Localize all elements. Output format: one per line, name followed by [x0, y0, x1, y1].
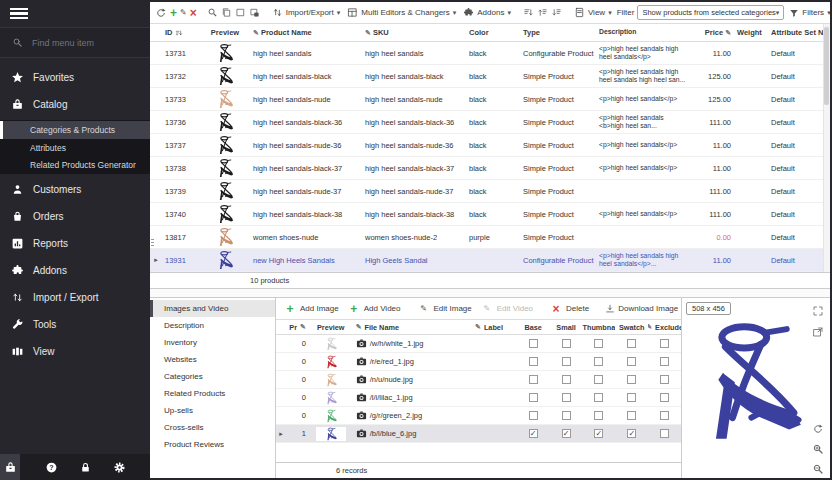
tab-up-sells[interactable]: Up-sells	[150, 402, 275, 419]
add-product-icon[interactable]: +	[170, 6, 177, 20]
product-row-8[interactable]: 13817 women shoes-nude women shoes-nude-…	[150, 226, 830, 249]
delete-product-icon[interactable]: ×	[190, 6, 197, 20]
column-header-exclude[interactable]: ✎Exclude	[648, 323, 681, 332]
exclude-checkbox[interactable]	[660, 393, 669, 402]
tab-related-products[interactable]: Related Products	[150, 385, 275, 402]
base-checkbox[interactable]	[529, 357, 538, 366]
swatch-checkbox[interactable]	[627, 375, 636, 384]
open-external-icon[interactable]	[812, 324, 825, 337]
column-header-product-name[interactable]: ✎Product Name	[250, 28, 362, 37]
filters-dropdown[interactable]: Filters▾	[787, 8, 830, 18]
menu-toggle-button[interactable]	[0, 0, 150, 28]
sort-columns-icon[interactable]	[523, 6, 534, 20]
exclude-checkbox[interactable]	[660, 429, 669, 438]
sidebar-item-view[interactable]: View	[0, 338, 150, 365]
tab-images-and-video[interactable]: Images and Video	[150, 300, 275, 317]
add-video-button[interactable]: +Add Video	[345, 302, 403, 316]
thumbnail-checkbox[interactable]	[594, 339, 603, 348]
scrollbar-thumb[interactable]	[824, 27, 829, 105]
zoom-in-icon[interactable]	[812, 441, 825, 454]
product-row-5[interactable]: 13738 high heel sandals-black-37 high he…	[150, 157, 830, 180]
column-header-description[interactable]: Description	[596, 28, 692, 36]
edit-video-button[interactable]: ✎Edit Video	[478, 302, 535, 316]
collapse-all-icon[interactable]	[551, 6, 562, 20]
product-row-9[interactable]: ▸ 13931 new High Heels Sandals High Geel…	[150, 249, 830, 272]
tab-description[interactable]: Description	[150, 317, 275, 334]
base-checkbox[interactable]	[529, 411, 538, 420]
product-row-6[interactable]: 13739 high heel sandals-nude-37 high hee…	[150, 180, 830, 203]
delete-image-button[interactable]: ×Delete	[547, 302, 591, 316]
thumbnail-checkbox[interactable]	[594, 393, 603, 402]
column-header-swatch[interactable]: Swatch	[615, 323, 648, 332]
select-checkbox-icon[interactable]	[235, 6, 246, 20]
base-checkbox[interactable]: ✓	[529, 429, 538, 438]
settings-button[interactable]	[102, 454, 136, 480]
vertical-scrollbar[interactable]	[823, 24, 830, 272]
column-header-file-name[interactable]: ✎File Name	[354, 323, 473, 332]
product-row-2[interactable]: 13733 high heel sandals-nude high heel s…	[150, 88, 830, 111]
expand-all-icon[interactable]	[537, 6, 548, 20]
sidebar-item-catalog[interactable]: Catalog	[0, 91, 150, 118]
tab-cross-sells[interactable]: Cross-sells	[150, 419, 275, 436]
exclude-checkbox[interactable]	[660, 339, 669, 348]
column-header-small[interactable]: Small	[550, 323, 583, 332]
base-checkbox[interactable]	[529, 375, 538, 384]
edit-product-icon[interactable]: ✎	[180, 6, 187, 20]
help-button[interactable]: ?	[34, 454, 68, 480]
product-row-7[interactable]: 13740 high heel sandals-black-38 high he…	[150, 203, 830, 226]
sidebar-item-customers[interactable]: Customers	[0, 176, 150, 203]
column-header-color[interactable]: Color	[466, 28, 520, 37]
small-checkbox[interactable]: ✓	[562, 429, 571, 438]
tab-websites[interactable]: Websites	[150, 351, 275, 368]
image-row-1[interactable]: 0 /r/e/red_1.jpg	[276, 353, 681, 371]
panel-splitter-handle[interactable]	[150, 230, 155, 254]
refresh-icon[interactable]	[812, 421, 825, 434]
small-checkbox[interactable]	[562, 411, 571, 420]
small-checkbox[interactable]	[562, 393, 571, 402]
thumbnail-checkbox[interactable]	[594, 357, 603, 366]
small-checkbox[interactable]	[562, 339, 571, 348]
column-header-price[interactable]: Price✎	[692, 28, 734, 37]
category-filter-select[interactable]: Show products from selected categories▾	[637, 5, 784, 20]
column-header-preview[interactable]: Preview	[308, 323, 354, 332]
product-row-0[interactable]: 13731 high heel sandals high heel sandal…	[150, 42, 830, 65]
image-row-0[interactable]: 0 /w/h/white_1.jpg	[276, 335, 681, 353]
import-export-dropdown[interactable]: Import/Export▾	[270, 7, 343, 18]
duplicate-icon[interactable]	[249, 6, 260, 20]
base-checkbox[interactable]	[529, 393, 538, 402]
product-row-4[interactable]: 13737 high heel sandals-nude-36 high hee…	[150, 134, 830, 157]
sidebar-item-reports[interactable]: Reports	[0, 230, 150, 257]
thumbnail-checkbox[interactable]	[594, 411, 603, 420]
base-checkbox[interactable]	[529, 339, 538, 348]
column-header-thumbnail[interactable]: Thumbna	[582, 323, 615, 332]
refresh-icon[interactable]	[155, 6, 167, 20]
view-dropdown[interactable]: View▾	[572, 7, 614, 18]
sidebar-item-addons[interactable]: Addons	[0, 257, 150, 284]
sidebar-item-categories-products[interactable]: Categories & Products	[0, 121, 150, 139]
copy-icon[interactable]	[221, 6, 232, 20]
column-header-label[interactable]: ✎Label	[473, 323, 517, 332]
tab-categories[interactable]: Categories	[150, 368, 275, 385]
add-image-button[interactable]: +Add Image	[281, 302, 341, 316]
thumbnail-checkbox[interactable]	[594, 375, 603, 384]
swatch-checkbox[interactable]: ✓	[627, 429, 636, 438]
image-row-3[interactable]: 0 /l/i/lilac_1.jpg	[276, 389, 681, 407]
column-header-preview[interactable]: Preview	[200, 28, 250, 37]
column-header-pr[interactable]: Pr✎	[286, 323, 308, 332]
search-icon[interactable]	[207, 6, 218, 20]
image-row-5[interactable]: ▸ 1 /b/l/blue_6.jpg ✓ ✓ ✓ ✓	[276, 425, 681, 443]
exclude-checkbox[interactable]	[660, 411, 669, 420]
lock-button[interactable]	[68, 454, 102, 480]
column-header-id[interactable]: ID	[162, 28, 200, 37]
image-row-2[interactable]: 0 /n/u/nude.jpg	[276, 371, 681, 389]
product-row-3[interactable]: 13736 high heel sandals-black-36 high he…	[150, 111, 830, 134]
addons-dropdown[interactable]: Addons▾	[461, 7, 513, 18]
sidebar-item-favorites[interactable]: Favorites	[0, 64, 150, 91]
image-row-4[interactable]: 0 /g/r/green_2.jpg	[276, 407, 681, 425]
tab-product-reviews[interactable]: Product Reviews	[150, 436, 275, 453]
zoom-out-icon[interactable]	[812, 461, 825, 474]
exclude-checkbox[interactable]	[660, 357, 669, 366]
search-input[interactable]	[30, 37, 130, 49]
sidebar-item-orders[interactable]: Orders	[0, 203, 150, 230]
fullscreen-icon[interactable]	[812, 303, 825, 316]
